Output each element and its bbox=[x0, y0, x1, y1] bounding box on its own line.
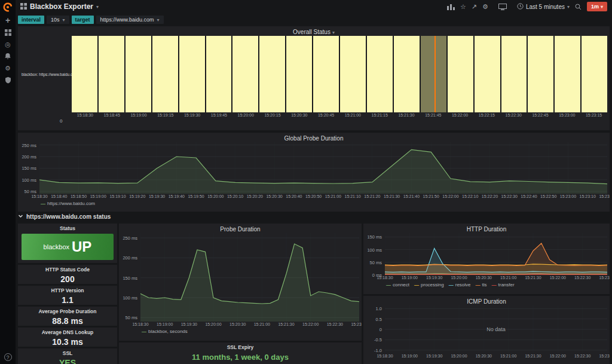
x-tick-label: 15:19:15 bbox=[157, 113, 173, 117]
status-cell[interactable] bbox=[126, 36, 151, 112]
variable-value-interval[interactable]: 10s ▾ bbox=[47, 16, 69, 24]
status-cell[interactable] bbox=[555, 36, 580, 112]
status-cell[interactable] bbox=[72, 36, 97, 112]
status-cell[interactable] bbox=[367, 36, 393, 112]
row-header-baidu-status[interactable]: https://www.baidu.com status bbox=[18, 213, 111, 220]
legend-item[interactable]: —blackbox, seconds bbox=[142, 329, 188, 334]
x-tick-label: 15:19:00 bbox=[402, 276, 418, 280]
legend-item[interactable]: —connect bbox=[386, 282, 409, 287]
panel-title[interactable]: HTTP Duration bbox=[366, 225, 607, 233]
status-heatmap-plot[interactable] bbox=[72, 36, 607, 112]
variable-label-target: target bbox=[72, 16, 94, 24]
status-cell[interactable] bbox=[340, 36, 366, 112]
legend-color-icon: — bbox=[414, 282, 419, 287]
plot-area[interactable]: No data bbox=[385, 305, 607, 353]
status-cell[interactable] bbox=[582, 36, 607, 112]
status-cell[interactable] bbox=[152, 36, 178, 112]
panel-title[interactable]: Average Probe Duration bbox=[20, 308, 115, 315]
y-tick-label: 100 ms bbox=[22, 177, 36, 182]
panel-title[interactable]: Average DNS Lookup bbox=[20, 329, 115, 336]
x-tick-label: 15:21:45 bbox=[425, 113, 441, 117]
status-cell[interactable] bbox=[394, 36, 420, 112]
stat-value: 10.3 ms bbox=[20, 337, 115, 347]
status-cell[interactable] bbox=[286, 36, 312, 112]
legend: —connect—processing—resolve—tls—transfer bbox=[386, 281, 607, 288]
settings-gear-icon[interactable]: ⚙ bbox=[482, 4, 488, 10]
panel-title[interactable]: Overall Status▾ bbox=[20, 28, 607, 36]
panel-title[interactable]: HTTP Status Code bbox=[20, 267, 115, 273]
x-tick-label: 15:20:40 bbox=[286, 194, 302, 198]
x-tick-label: 15:22:00 bbox=[550, 354, 566, 358]
status-cell[interactable] bbox=[259, 36, 285, 112]
refresh-interval-button[interactable]: 1m ▾ bbox=[587, 2, 607, 11]
help-icon[interactable]: ? bbox=[4, 353, 12, 361]
panel-title[interactable]: Status bbox=[20, 225, 115, 232]
panel-ssl: SSL YES bbox=[18, 348, 117, 364]
status-cell[interactable] bbox=[313, 36, 339, 112]
tv-mode-icon[interactable] bbox=[498, 4, 507, 10]
configuration-gear-icon[interactable]: ⚙ bbox=[0, 62, 16, 74]
status-cell[interactable] bbox=[232, 36, 258, 112]
create-plus-icon[interactable]: + bbox=[0, 14, 16, 26]
y-tick-label: 250 ms bbox=[123, 235, 137, 241]
dashboard-title-button[interactable]: Blackbox Exporter ▾ bbox=[20, 1, 99, 12]
status-cell[interactable] bbox=[475, 36, 500, 112]
legend-item[interactable]: —https://www.baidu.com bbox=[41, 201, 95, 206]
panel-average-dns-lookup: Average DNS Lookup 10.3 ms bbox=[18, 328, 117, 347]
star-icon[interactable]: ☆ bbox=[460, 4, 466, 10]
zoom-out-search-icon[interactable] bbox=[575, 4, 582, 10]
panel-title[interactable]: ICMP Duration bbox=[366, 298, 607, 305]
panel-overall-status: Overall Status▾ blackbox: https://www.ba… bbox=[18, 26, 610, 130]
x-tick-label: 15:20:00 bbox=[238, 113, 254, 117]
variable-value-target[interactable]: https://www.baidu.com ▾ bbox=[96, 16, 164, 24]
y-tick-label: 100 ms bbox=[123, 295, 137, 301]
x-tick-label: 15:19:00 bbox=[90, 194, 106, 198]
x-tick-label: 15:21:00 bbox=[325, 194, 341, 198]
caret-down-icon: ▾ bbox=[332, 30, 335, 35]
alerting-bell-icon[interactable] bbox=[0, 50, 16, 62]
x-tick-label: 15:20:00 bbox=[451, 276, 467, 280]
x-tick-label: 15:22:30 bbox=[506, 113, 522, 117]
x-tick-label: 15:21:30 bbox=[525, 354, 541, 358]
admin-shield-icon[interactable] bbox=[0, 74, 16, 86]
legend-item[interactable]: —processing bbox=[414, 282, 444, 287]
legend-color-icon: — bbox=[476, 282, 481, 287]
legend-label: blackbox, seconds bbox=[148, 329, 188, 334]
panel-title[interactable]: Global Probe Duration bbox=[20, 134, 607, 142]
x-axis: 15:18:3015:19:0015:19:3015:20:0015:20:30… bbox=[140, 322, 359, 328]
panel-title[interactable]: SSL bbox=[20, 350, 115, 357]
plot-area[interactable] bbox=[39, 142, 607, 194]
plot-area[interactable] bbox=[385, 233, 607, 275]
dashboards-icon[interactable] bbox=[0, 26, 16, 38]
panel-title[interactable]: SSL Expiry bbox=[121, 344, 359, 351]
status-cell[interactable] bbox=[448, 36, 473, 112]
legend-item[interactable]: —resolve bbox=[449, 282, 471, 287]
x-tick-label: 15:21:00 bbox=[254, 322, 270, 326]
stat-value: 200 bbox=[20, 274, 115, 284]
status-cell[interactable] bbox=[99, 36, 124, 112]
y-tick-label: -1.0 bbox=[374, 347, 382, 353]
status-cell[interactable] bbox=[179, 36, 205, 112]
y-tick-label: 150 ms bbox=[367, 234, 382, 240]
x-tick-label: 15:23:00 bbox=[599, 354, 610, 358]
legend-item[interactable]: —tls bbox=[476, 282, 487, 287]
status-cell[interactable] bbox=[528, 36, 553, 112]
panel-title[interactable]: Probe Duration bbox=[121, 225, 359, 233]
add-panel-icon[interactable] bbox=[447, 3, 455, 10]
share-icon[interactable]: ↗ bbox=[472, 4, 477, 10]
x-tick-label: 15:19:30 bbox=[181, 322, 197, 326]
grafana-logo[interactable] bbox=[3, 0, 13, 14]
x-tick-label: 15:23:00 bbox=[351, 322, 362, 326]
panel-title[interactable]: HTTP Version bbox=[20, 287, 115, 294]
explore-icon[interactable]: ◎ bbox=[0, 38, 16, 50]
x-tick-label: 15:22:10 bbox=[462, 194, 478, 198]
status-cell[interactable] bbox=[421, 36, 446, 112]
panel-ssl-expiry: SSL Expiry 11 months, 1 week, 0 days bbox=[119, 342, 362, 364]
status-cell[interactable] bbox=[501, 36, 527, 112]
x-tick-label: 15:23:10 bbox=[580, 194, 596, 198]
legend-item[interactable]: —transfer bbox=[492, 282, 515, 287]
time-range-picker[interactable]: Last 5 minutes ▾ bbox=[517, 3, 570, 11]
caret-down-icon: ▾ bbox=[601, 4, 603, 10]
status-cell[interactable] bbox=[206, 36, 232, 112]
plot-area[interactable] bbox=[140, 233, 359, 322]
